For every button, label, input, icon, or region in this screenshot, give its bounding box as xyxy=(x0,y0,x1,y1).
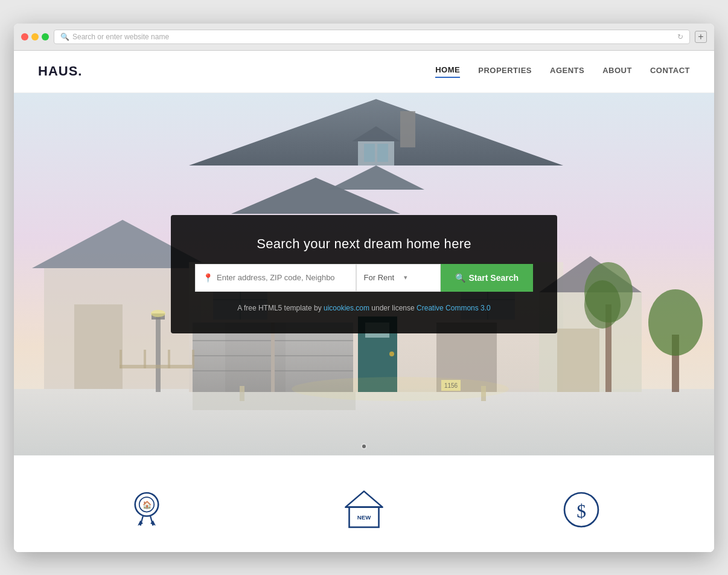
reload-icon: ↻ xyxy=(677,33,683,41)
address-bar[interactable]: 🔍 Search or enter website name ↻ xyxy=(54,30,690,44)
navbar: HAUS. HOME PROPERTIES AGENTS ABOUT CONTA… xyxy=(14,51,714,93)
feature-affordable: $ xyxy=(491,486,672,534)
website-content: HAUS. HOME PROPERTIES AGENTS ABOUT CONTA… xyxy=(14,51,714,552)
dollar-icon: $ xyxy=(557,486,605,534)
feature-new: NEW xyxy=(273,486,455,534)
browser-window: 🔍 Search or enter website name ↻ + HAUS.… xyxy=(14,24,714,552)
svg-rect-49 xyxy=(120,350,122,368)
nav-about[interactable]: ABOUT xyxy=(602,66,632,77)
svg-point-16 xyxy=(389,352,394,356)
nav-properties[interactable]: PROPERTIES xyxy=(478,66,532,77)
search-icon: 🔍 xyxy=(60,33,69,41)
attribution-link-uicookies[interactable]: uicookies.com xyxy=(324,304,369,312)
new-tab-button[interactable]: + xyxy=(695,31,707,43)
browser-chrome: 🔍 Search or enter website name ↻ + xyxy=(14,24,714,51)
svg-rect-42 xyxy=(156,316,161,392)
slider-dot-container xyxy=(361,443,367,449)
search-title: Search your next dream home here xyxy=(195,236,533,252)
new-listing-icon: NEW xyxy=(340,486,388,534)
svg-rect-11 xyxy=(400,111,415,147)
svg-text:$: $ xyxy=(576,501,586,522)
dot-close[interactable] xyxy=(21,33,28,40)
svg-rect-51 xyxy=(168,350,170,368)
dot-minimize[interactable] xyxy=(31,33,39,40)
attribution-link-cc[interactable]: Creative Commons 3.0 xyxy=(417,304,491,312)
svg-marker-6 xyxy=(328,165,424,190)
award-icon: 🏠 xyxy=(123,486,171,534)
svg-point-44 xyxy=(151,310,165,317)
nav-contact[interactable]: CONTACT xyxy=(650,66,690,77)
nav-home[interactable]: HOME xyxy=(435,65,460,78)
hero-section: 1156 xyxy=(14,93,714,455)
browser-dots xyxy=(21,33,49,40)
attribution-text: A free HTML5 template by uicookies.com u… xyxy=(195,304,533,312)
attribution-prefix: A free HTML5 template by xyxy=(237,304,324,312)
address-bar-text: Search or enter website name xyxy=(72,33,169,41)
svg-rect-3 xyxy=(74,304,123,389)
search-bar: 📍 For Rent For Sale ▾ 🔍 Start Search xyxy=(195,264,533,292)
slider-dot[interactable] xyxy=(361,443,367,449)
nav-agents[interactable]: AGENTS xyxy=(550,66,584,77)
search-select-wrap: For Rent For Sale ▾ xyxy=(356,264,441,292)
dot-maximize[interactable] xyxy=(42,33,49,40)
feature-quality: 🏠 xyxy=(56,486,237,534)
svg-rect-50 xyxy=(144,350,146,368)
features-section: 🏠 xyxy=(14,455,714,552)
svg-rect-10 xyxy=(377,144,388,162)
svg-rect-48 xyxy=(120,365,192,368)
svg-marker-61 xyxy=(345,491,382,507)
svg-text:🏠: 🏠 xyxy=(142,500,152,509)
attribution-middle: under license xyxy=(369,304,417,312)
search-btn-icon: 🔍 xyxy=(455,273,465,283)
search-overlay: Search your next dream home here 📍 For R… xyxy=(171,215,557,333)
svg-rect-9 xyxy=(364,144,375,162)
svg-rect-52 xyxy=(192,350,194,368)
search-input-wrap: 📍 xyxy=(195,264,356,292)
svg-text:NEW: NEW xyxy=(357,513,371,520)
svg-point-41 xyxy=(584,280,621,329)
svg-rect-38 xyxy=(557,329,599,392)
search-btn-label: Start Search xyxy=(469,273,519,283)
address-search-input[interactable] xyxy=(217,273,348,282)
start-search-button[interactable]: 🔍 Start Search xyxy=(441,264,533,292)
property-type-select[interactable]: For Rent For Sale xyxy=(364,273,404,282)
chevron-down-icon: ▾ xyxy=(404,274,407,281)
svg-rect-8 xyxy=(358,141,394,165)
svg-point-53 xyxy=(292,377,509,401)
nav-links: HOME PROPERTIES AGENTS ABOUT CONTACT xyxy=(435,65,690,78)
location-icon: 📍 xyxy=(203,273,213,283)
svg-point-46 xyxy=(648,289,703,356)
site-logo[interactable]: HAUS. xyxy=(38,63,82,79)
